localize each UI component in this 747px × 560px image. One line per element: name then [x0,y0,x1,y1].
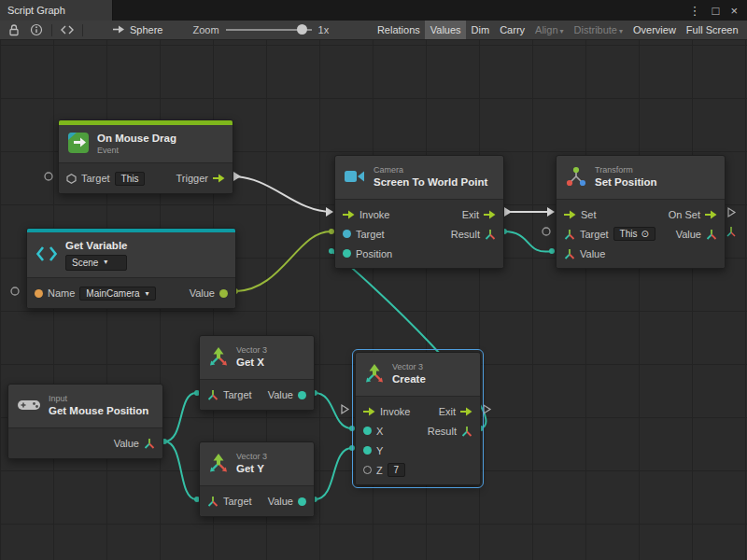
vector3-port-icon[interactable] [564,248,575,259]
gameobject-port-icon[interactable] [66,174,77,184]
node-on-mouse-drag[interactable]: On Mouse Drag Event Target This Trigger [58,119,233,194]
graph-owner-breadcrumb[interactable]: Sphere [112,24,162,36]
vector3-port-icon[interactable] [461,426,472,437]
node-title: Set Position [595,175,656,189]
flow-out-port-icon[interactable] [484,210,496,219]
wire-mouse-to-getx[interactable] [164,393,196,441]
z-value-input[interactable] [388,463,405,477]
flow-in-port-icon[interactable] [564,210,576,219]
values-button[interactable]: Values [425,21,466,39]
tab-title: Script Graph [7,5,65,16]
socket-setposition-onset[interactable] [728,208,735,217]
port-label-value: Value [114,438,139,449]
value-out-port-icon[interactable] [298,497,306,506]
value-out-port-icon[interactable] [219,289,228,298]
align-button[interactable]: Align▾ [530,21,569,39]
socket-mousedrag-target[interactable] [45,173,52,180]
transform-icon [565,165,587,189]
chevron-down-icon: ▾ [104,258,107,267]
x-port-icon[interactable] [363,427,372,435]
target-this-chip[interactable]: This [115,172,146,186]
node-category: Vector 3 [236,345,267,357]
socket-create-invoke[interactable] [342,405,348,413]
node-subtitle: Event [97,146,176,157]
vector3-port-icon[interactable] [564,229,575,240]
window-controls: ⋮ □ × [689,0,747,21]
vector3-port-icon[interactable] [144,438,155,449]
port-label-z: Z [376,465,383,476]
target-this-chip[interactable]: This ⊙ [613,227,655,241]
wire-mouse-to-gety[interactable] [164,441,196,499]
port-label-position: Position [356,248,392,259]
z-port-icon[interactable] [363,466,372,474]
wire-variable-to-target[interactable] [234,231,331,291]
socket-setposition-target[interactable] [543,228,550,235]
relations-button[interactable]: Relations [372,21,425,39]
dim-button[interactable]: Dim [466,21,495,39]
overview-button[interactable]: Overview [628,21,682,39]
vector3-port-icon[interactable] [485,229,496,240]
node-category: Camera [374,165,487,176]
node-vector3-get-y[interactable]: Vector 3 Get Y Target Value [199,441,315,517]
flow-out-port-icon[interactable] [460,407,472,416]
port-label-value: Value [268,496,293,507]
flow-in-port-icon[interactable] [363,407,375,416]
socket-getvariable-name[interactable] [11,287,19,295]
vector3-port-icon[interactable] [706,229,717,240]
port-label-exit: Exit [462,209,479,220]
port-label-target: Target [81,173,110,184]
node-get-variable[interactable]: Get Variable Scene ▾ Name MainCamera ▾ [26,228,236,309]
y-port-icon[interactable] [363,446,372,455]
port-label-y: Y [376,445,383,456]
variable-scope-dropdown[interactable]: Scene ▾ [65,255,127,271]
close-icon[interactable]: × [730,4,738,18]
port-label-target: Target [356,229,385,240]
flow-out-port-icon[interactable] [705,210,717,219]
node-title: Get Mouse Position [49,404,148,418]
node-title: Get Y [236,462,267,476]
flow-out-port-icon[interactable] [213,174,225,183]
wire-trigger-to-invoke[interactable] [232,176,332,212]
node-title: On Mouse Drag [97,132,176,146]
socket-setposition-value-out[interactable] [727,227,735,236]
socket-create-exit[interactable] [484,405,490,413]
port-label-invoke: Invoke [380,406,410,417]
window-tabbar: Script Graph ⋮ □ × [0,0,747,21]
vector3-icon [364,363,385,385]
graph-canvas[interactable]: On Mouse Drag Event Target This Trigger [0,40,747,560]
node-screen-to-world-point[interactable]: Camera Screen To World Point Invoke Exit… [334,155,504,269]
flow-in-port-icon[interactable] [343,210,355,219]
value-out-port-icon[interactable] [298,391,306,399]
tab-script-graph[interactable]: Script Graph [0,0,113,21]
node-vector3-get-x[interactable]: Vector 3 Get X Target Value [199,335,315,411]
position-port-icon[interactable] [343,249,351,258]
port-label-x: X [376,426,383,437]
lock-icon[interactable] [4,21,24,39]
node-category: Input [49,394,148,405]
gamepad-icon [17,397,41,415]
vector3-port-icon[interactable] [207,389,218,400]
port-label-result: Result [428,426,457,437]
node-set-position[interactable]: Transform Set Position Set On Set Target [556,155,726,269]
zoom-slider-handle[interactable] [297,24,307,35]
distribute-button[interactable]: Distribute▾ [569,21,627,39]
string-port-icon[interactable] [35,289,43,298]
node-vector3-create[interactable]: Vector 3 Create Invoke Exit X [355,352,481,485]
code-icon[interactable] [57,21,78,39]
fullscreen-button[interactable]: Full Screen [681,21,743,39]
object-picker-icon: ⊙ [641,229,648,239]
graph-owner-label: Sphere [130,24,162,35]
inspector-icon[interactable] [26,21,47,39]
wire-gety-to-y[interactable] [315,448,352,499]
target-port-icon[interactable] [343,230,351,238]
maximize-icon[interactable]: □ [712,4,720,18]
node-get-mouse-position[interactable]: Input Get Mouse Position Value [7,384,163,459]
carry-button[interactable]: Carry [495,21,530,39]
port-label-target: Target [580,229,609,240]
menu-icon[interactable]: ⋮ [689,4,701,18]
toolbar-separator [82,24,83,36]
node-title: Screen To World Point [374,175,487,189]
zoom-slider[interactable] [226,21,312,39]
variable-name-dropdown[interactable]: MainCamera ▾ [79,287,155,301]
vector3-port-icon[interactable] [207,496,218,507]
